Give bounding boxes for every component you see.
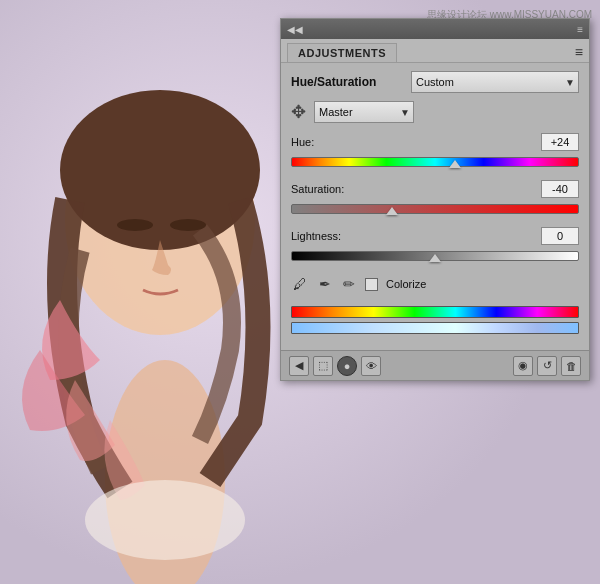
saturation-thumb[interactable]: [386, 207, 398, 215]
toolbar-left: ◀ ⬚ ● 👁: [289, 356, 381, 376]
colorize-checkbox[interactable]: [365, 278, 378, 291]
hue-slider-row: Hue:: [291, 133, 579, 170]
lightness-slider-row: Lightness:: [291, 227, 579, 264]
saturation-slider-row: Saturation:: [291, 180, 579, 217]
refresh-button[interactable]: ↺: [537, 356, 557, 376]
eyedropper-sample-btn[interactable]: 🖊: [291, 274, 309, 294]
saturation-label: Saturation:: [291, 183, 344, 195]
lightness-track[interactable]: [291, 251, 579, 261]
channel-row: ✥ Master Reds Yellows Greens Cyans Blues…: [291, 101, 579, 123]
hand-tool-icon[interactable]: ✥: [291, 101, 306, 123]
channel-select[interactable]: Master Reds Yellows Greens Cyans Blues M…: [314, 101, 414, 123]
color-bars: [291, 306, 579, 334]
saturation-label-row: Saturation:: [291, 180, 579, 198]
eye-button[interactable]: 👁: [361, 356, 381, 376]
toolbar-right: ◉ ↺ 🗑: [513, 356, 581, 376]
mask-button[interactable]: ◉: [513, 356, 533, 376]
colorize-row: 🖊 ✒ ✏ Colorize: [291, 274, 579, 294]
lightness-label: Lightness:: [291, 230, 341, 242]
saturation-track[interactable]: [291, 204, 579, 214]
panel-content: Hue/Saturation Custom Cyanotypes Increas…: [281, 63, 589, 350]
colorize-label: Colorize: [386, 278, 426, 290]
lightness-value-input[interactable]: [541, 227, 579, 245]
hue-value-input[interactable]: [541, 133, 579, 151]
lightness-thumb[interactable]: [429, 254, 441, 262]
expand-icon[interactable]: ≡: [577, 24, 583, 35]
back-button[interactable]: ◀: [289, 356, 309, 376]
titlebar-icons: ◀◀: [287, 24, 303, 35]
channel-select-wrapper: Master Reds Yellows Greens Cyans Blues M…: [314, 101, 414, 123]
hue-thumb[interactable]: [449, 160, 461, 168]
eyedropper-add-btn[interactable]: ✒: [317, 274, 333, 294]
preset-select[interactable]: Custom Cyanotypes Increase Red Sepia Str…: [411, 71, 579, 93]
lightness-track-container[interactable]: [291, 248, 579, 264]
panel-toolbar: ◀ ⬚ ● 👁 ◉ ↺ 🗑: [281, 350, 589, 380]
new-layer-button[interactable]: ⬚: [313, 356, 333, 376]
panel-menu-icon[interactable]: ≡: [575, 44, 583, 62]
svg-point-3: [60, 90, 260, 250]
hue-label-row: Hue:: [291, 133, 579, 151]
hue-label: Hue:: [291, 136, 314, 148]
svg-point-4: [117, 219, 153, 231]
adjustments-panel: ◀◀ ≡ ADJUSTMENTS ≡ Hue/Saturation Custom…: [280, 18, 590, 381]
panel-header-row: Hue/Saturation Custom Cyanotypes Increas…: [291, 71, 579, 93]
delete-button[interactable]: 🗑: [561, 356, 581, 376]
hue-track[interactable]: [291, 157, 579, 167]
panel-titlebar: ◀◀ ≡: [281, 19, 589, 39]
svg-point-5: [170, 219, 206, 231]
adjusted-color-bar: [291, 322, 579, 334]
collapse-icon[interactable]: ◀◀: [287, 24, 303, 35]
lightness-label-row: Lightness:: [291, 227, 579, 245]
adjustment-type-label: Hue/Saturation: [291, 75, 411, 89]
saturation-value-input[interactable]: [541, 180, 579, 198]
preset-select-wrapper: Custom Cyanotypes Increase Red Sepia Str…: [411, 71, 579, 93]
adjustments-tab[interactable]: ADJUSTMENTS: [287, 43, 397, 62]
panel-tab-area: ADJUSTMENTS ≡: [281, 39, 589, 63]
saturation-track-container[interactable]: [291, 201, 579, 217]
original-color-bar: [291, 306, 579, 318]
eyedropper-subtract-btn[interactable]: ✏: [341, 274, 357, 294]
hue-track-container[interactable]: [291, 154, 579, 170]
circle-button[interactable]: ●: [337, 356, 357, 376]
svg-point-6: [85, 480, 245, 560]
